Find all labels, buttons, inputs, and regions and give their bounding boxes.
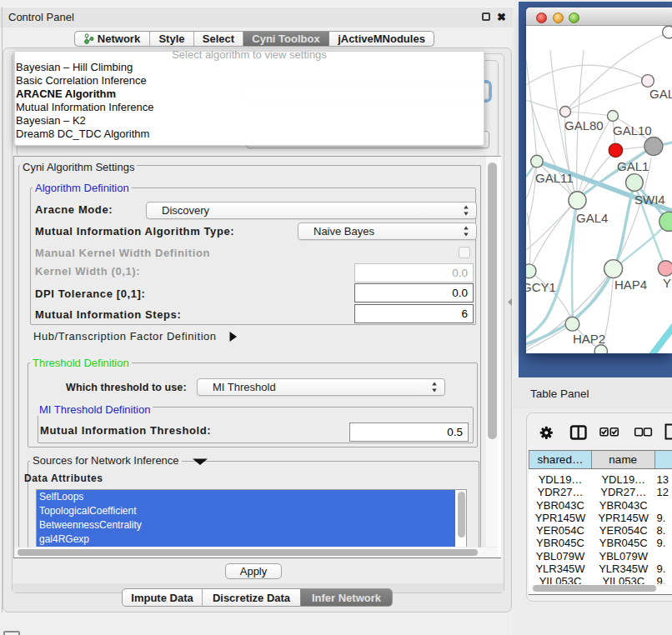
svg-text:HAP2: HAP2 [573, 332, 605, 346]
svg-text:GCY1: GCY1 [526, 280, 556, 294]
svg-text:SWI4: SWI4 [634, 192, 665, 207]
svg-text:GAL80: GAL80 [564, 118, 604, 132]
svg-text:GAL4: GAL4 [576, 211, 608, 225]
svg-text:HAP4: HAP4 [614, 278, 647, 292]
svg-text:GAL: GAL [649, 87, 672, 101]
svg-text:GAL11: GAL11 [535, 171, 574, 185]
svg-text:GAL10: GAL10 [613, 123, 652, 138]
svg-text:Y: Y [663, 276, 671, 290]
svg-text:GAL1: GAL1 [617, 159, 649, 173]
